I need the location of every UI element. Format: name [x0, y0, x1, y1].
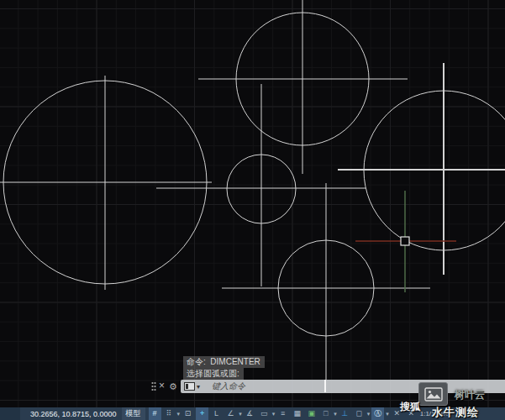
dynamic-input-icon[interactable]: + [196, 407, 208, 420]
object-snap-icon[interactable]: ▭ [258, 407, 271, 420]
isometric-draft-icon[interactable]: ∡ [244, 407, 256, 420]
command-window-icon[interactable] [184, 382, 195, 391]
polar-tracking-icon[interactable]: ∠ [224, 407, 237, 420]
status-bar-spacer [0, 407, 20, 420]
close-icon[interactable]: × [159, 379, 165, 392]
status-icon-row: #⠿▾⊡+L∠▾∡▭▾≡▦▣□▾⊥◻▾Ⓐ▾✕✕ [148, 407, 418, 420]
lineweight-icon[interactable]: ≡ [276, 407, 289, 420]
watermark-sohu: 搜狐 [400, 400, 420, 414]
chevron-down-icon[interactable]: ▾ [239, 411, 242, 417]
dynamic-ucs-icon[interactable]: ⊥ [339, 407, 351, 420]
command-history-line: 命令: DIMCENTER [183, 356, 265, 368]
drawing-canvas[interactable] [0, 0, 505, 407]
command-bar-grip[interactable] [151, 381, 156, 391]
command-prompt-line: 选择圆弧或圆: [183, 368, 244, 380]
selection-cycling-icon[interactable]: ▣ [305, 407, 318, 420]
transparency-icon[interactable]: ▦ [291, 407, 303, 420]
chevron-down-icon[interactable]: ▾ [177, 411, 181, 417]
drawing-entities[interactable] [0, 0, 505, 407]
broken-image-placeholder-icon [418, 382, 448, 406]
model-tab-button[interactable]: 模型 [122, 407, 145, 420]
chevron-down-icon[interactable]: ▾ [272, 411, 276, 417]
grid-icon[interactable]: # [149, 407, 161, 420]
customize-wrench-icon[interactable]: ⚙ [169, 380, 177, 393]
watermark-buffalo-surveying: 水牛测绘 [432, 405, 479, 420]
cursor-pickbox[interactable] [401, 237, 409, 245]
watermark-tree-leaf-cloud: 树叶云 [455, 388, 485, 402]
coordinates-display[interactable]: 30.2656, 10.8715, 0.0000 [20, 410, 122, 418]
annotation-visibility-icon[interactable]: Ⓐ [371, 407, 384, 420]
snap-mode-icon[interactable]: ⠿ [163, 407, 176, 420]
infer-constraints-icon[interactable]: ⊡ [181, 407, 194, 420]
osnap-3d-icon[interactable]: □ [319, 407, 332, 420]
selection-filter-icon[interactable]: ◻ [353, 407, 366, 420]
centerline-over-command-bar [324, 380, 326, 392]
chevron-down-icon[interactable]: ▾ [386, 411, 389, 417]
chevron-down-icon[interactable]: ▾ [197, 383, 200, 391]
chevron-down-icon[interactable]: ▾ [367, 411, 371, 417]
autocad-window: 命令: DIMCENTER 选择圆弧或圆: × ⚙ ▾ 键入命令 30.2656… [0, 0, 505, 420]
ortho-mode-icon[interactable]: L [210, 407, 223, 420]
chevron-down-icon[interactable]: ▾ [334, 411, 337, 417]
command-input-placeholder[interactable]: 键入命令 [212, 381, 245, 392]
status-bar: 30.2656, 10.8715, 0.0000 模型 #⠿▾⊡+L∠▾∡▭▾≡… [0, 407, 505, 420]
